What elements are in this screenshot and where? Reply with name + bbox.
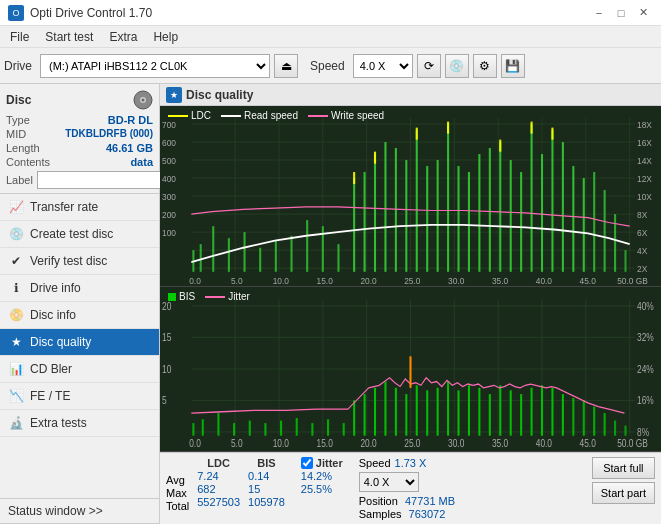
sidebar-item-fe-te[interactable]: 📉 FE / TE — [0, 383, 159, 410]
start-full-button[interactable]: Start full — [592, 457, 655, 479]
svg-text:2X: 2X — [637, 263, 647, 274]
svg-text:10X: 10X — [637, 191, 652, 202]
stats-bis: BIS 0.14 15 105978 — [248, 457, 285, 508]
status-window-button[interactable]: Status window >> — [0, 498, 159, 524]
stats-bar: Avg Max Total LDC 7.24 682 5527503 BIS 0… — [160, 452, 661, 524]
svg-text:10.0: 10.0 — [273, 439, 289, 450]
svg-rect-65 — [499, 140, 501, 152]
drive-select[interactable]: (M:) ATAPI iHBS112 2 CL0K — [40, 54, 270, 78]
svg-text:14X: 14X — [637, 155, 652, 166]
svg-rect-128 — [416, 385, 418, 435]
svg-text:18X: 18X — [637, 119, 652, 130]
sidebar-item-cd-bler[interactable]: 📊 CD Bler — [0, 356, 159, 383]
svg-rect-58 — [604, 190, 606, 272]
write-speed-legend-color — [308, 115, 328, 117]
app-title: Opti Drive Control 1.70 — [30, 6, 152, 20]
window-controls: − □ ✕ — [589, 5, 653, 21]
svg-text:25.0: 25.0 — [404, 275, 420, 286]
svg-text:5.0: 5.0 — [231, 439, 243, 450]
svg-rect-60 — [624, 250, 626, 272]
speed-label: Speed — [310, 59, 345, 73]
speed-select[interactable]: 4.0 X 8.0 X Max — [353, 54, 413, 78]
svg-rect-115 — [249, 421, 251, 436]
svg-rect-25 — [212, 226, 214, 272]
jitter-legend-label: Jitter — [228, 291, 250, 302]
sidebar-item-disc-info[interactable]: 📀 Disc info — [0, 302, 159, 329]
jitter-checkbox[interactable] — [301, 457, 313, 469]
svg-rect-126 — [395, 388, 397, 436]
speed-label-text: Speed — [359, 457, 391, 469]
disc-section-title: Disc — [6, 93, 31, 107]
svg-rect-34 — [353, 178, 355, 272]
avg-ldc: 7.24 — [197, 470, 240, 482]
create-test-disc-label: Create test disc — [30, 227, 113, 241]
svg-rect-30 — [290, 236, 292, 272]
mid-label: MID — [6, 128, 26, 140]
sidebar-item-extra-tests[interactable]: 🔬 Extra tests — [0, 410, 159, 437]
svg-text:0.0: 0.0 — [189, 439, 201, 450]
speed-stats-select[interactable]: 4.0 X — [359, 472, 419, 492]
sidebar-item-disc-quality[interactable]: ★ Disc quality — [0, 329, 159, 356]
svg-text:35.0: 35.0 — [492, 439, 508, 450]
samples-label: Samples — [359, 508, 402, 520]
stats-ldc: LDC 7.24 682 5527503 — [197, 457, 240, 508]
svg-rect-140 — [541, 385, 543, 435]
svg-rect-48 — [499, 142, 501, 272]
total-ldc: 5527503 — [197, 496, 240, 508]
bis-header: BIS — [248, 457, 285, 469]
svg-text:20.0: 20.0 — [360, 439, 376, 450]
menu-file[interactable]: File — [4, 28, 35, 46]
menu-extra[interactable]: Extra — [103, 28, 143, 46]
maximize-button[interactable]: □ — [611, 5, 631, 21]
svg-text:100: 100 — [162, 227, 176, 238]
minimize-button[interactable]: − — [589, 5, 609, 21]
svg-rect-36 — [374, 154, 376, 272]
max-bis: 15 — [248, 483, 285, 495]
svg-rect-145 — [593, 407, 595, 436]
sidebar-item-drive-info[interactable]: ℹ Drive info — [0, 275, 159, 302]
chart1-area: LDC Read speed Write speed — [160, 106, 661, 287]
max-label: Max — [166, 487, 189, 499]
chart2-area: BIS Jitter — [160, 287, 661, 452]
label-input[interactable] — [37, 171, 170, 189]
svg-rect-146 — [604, 413, 606, 436]
svg-rect-131 — [447, 382, 449, 436]
ldc-legend-label: LDC — [191, 110, 211, 121]
svg-rect-64 — [447, 122, 449, 134]
bis-legend-label: BIS — [179, 291, 195, 302]
samples-value: 763072 — [409, 508, 446, 520]
disc-icon-button[interactable]: 💿 — [445, 54, 469, 78]
fe-te-icon: 📉 — [8, 388, 24, 404]
speed-icon-button[interactable]: ⟳ — [417, 54, 441, 78]
eject-button[interactable]: ⏏ — [274, 54, 298, 78]
svg-rect-116 — [264, 423, 266, 436]
disc-quality-icon: ★ — [8, 334, 24, 350]
save-button[interactable]: 💾 — [501, 54, 525, 78]
svg-rect-37 — [384, 142, 386, 272]
menu-help[interactable]: Help — [147, 28, 184, 46]
sidebar-item-transfer-rate[interactable]: 📈 Transfer rate — [0, 194, 159, 221]
svg-rect-144 — [583, 401, 585, 436]
position-label: Position — [359, 495, 398, 507]
sidebar-item-create-test-disc[interactable]: 💿 Create test disc — [0, 221, 159, 248]
svg-rect-117 — [280, 421, 282, 436]
svg-text:5: 5 — [162, 396, 167, 407]
close-button[interactable]: ✕ — [633, 5, 653, 21]
svg-rect-124 — [374, 388, 376, 436]
disc-info-label: Disc info — [30, 308, 76, 322]
menu-start-test[interactable]: Start test — [39, 28, 99, 46]
sidebar-item-verify-test-disc[interactable]: ✔ Verify test disc — [0, 248, 159, 275]
svg-rect-67 — [551, 128, 553, 140]
svg-text:45.0: 45.0 — [580, 439, 596, 450]
status-window-label: Status window >> — [8, 504, 103, 518]
total-bis: 105978 — [248, 496, 285, 508]
disc-quality-header: ★ Disc quality — [160, 84, 661, 106]
start-part-button[interactable]: Start part — [592, 482, 655, 504]
svg-rect-62 — [374, 152, 376, 164]
settings-button[interactable]: ⚙ — [473, 54, 497, 78]
svg-rect-29 — [275, 241, 277, 272]
svg-rect-54 — [562, 142, 564, 272]
write-speed-legend-item: Write speed — [308, 110, 384, 121]
svg-point-2 — [142, 99, 145, 102]
extra-tests-label: Extra tests — [30, 416, 87, 430]
